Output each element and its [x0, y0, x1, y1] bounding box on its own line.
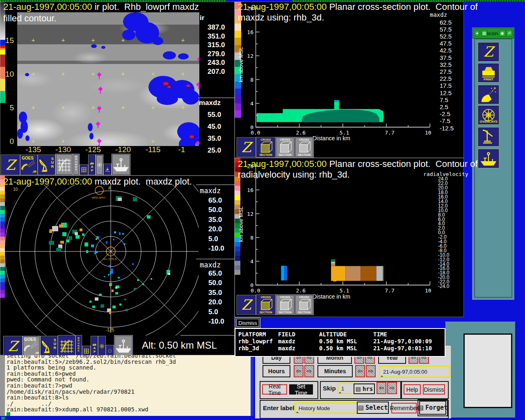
icon-window-zeb-logo-button[interactable]: Z: [478, 43, 499, 61]
popup-dismiss-button[interactable]: Dismiss: [235, 317, 260, 328]
icon-window-overlays-button[interactable]: OVERLAYS: [478, 106, 499, 124]
ppi-toolbar-map-button[interactable]: MAP: [91, 336, 98, 356]
grid-plus-mark: +: [32, 138, 35, 144]
grid-plus-mark: +: [62, 104, 65, 111]
skip-back-button[interactable]: ⇦: [377, 382, 386, 394]
ir-toolbar-radar-sur-button[interactable]: SUR: [38, 155, 55, 175]
time-field-caret: ^: [381, 375, 383, 380]
radar-echo: [108, 274, 109, 276]
skip-units-button[interactable]: ▤hrs: [354, 383, 375, 394]
remember-button[interactable]: Remember: [391, 403, 417, 413]
tb-xs2-cross-section-button[interactable]: CROSSSECTION: [276, 295, 294, 315]
grid-plus-mark: +: [32, 71, 35, 77]
ir-toolbar-bounds-button[interactable]: BOUNDS: [73, 154, 79, 175]
window-menu-icon[interactable]: ▤: [481, 30, 487, 37]
ir-toolbar-small-grid-button[interactable]: [80, 165, 88, 175]
select-button[interactable]: ▤Select: [357, 402, 389, 414]
contour-block: [333, 281, 336, 281]
icon-window-titlebar[interactable]: ● ▤ icon ◉ ⏎: [472, 28, 514, 39]
colorbar-swatch: [235, 89, 241, 96]
xs2-plot[interactable]: [256, 164, 436, 287]
radar-echo: [89, 301, 91, 303]
ir-toolbar-buoy-button[interactable]: [104, 164, 111, 175]
terminal-scroll-strip[interactable]: [251, 355, 253, 416]
icon-window-print-button[interactable]: PRINT: [478, 64, 499, 82]
minutes-back-button[interactable]: ⇦: [355, 365, 365, 377]
tb-xs1-zeb-logo-button[interactable]: Z: [237, 138, 256, 157]
terminal-window[interactable]: setting dfb_socket /tmp/zeb.rain.beaufai…: [0, 355, 253, 416]
minutes-forward-button[interactable]: ⇨: [366, 365, 376, 377]
xs-y-tick-label: 16: [246, 187, 253, 193]
ir-colorbar-label: ir: [200, 14, 204, 22]
ppi-toolbar-bounds-button[interactable]: BOUNDS: [76, 336, 82, 356]
ir-plot-title: 21-aug-1997,00:05:00 ir plot. Rhb_lowprf…: [3, 2, 199, 12]
colorbar-tick-label: 65.0: [208, 196, 222, 205]
tb-xs2-cross-section-button[interactable]: CROSSSECTION: [295, 295, 313, 315]
ppi-toolbar-radar-sur-button[interactable]: SUR: [41, 336, 57, 356]
window-corner-icon[interactable]: ⏎: [507, 30, 512, 37]
ppi-toolbar-circle-button[interactable]: [106, 345, 114, 356]
window-dot-icon[interactable]: ◉: [499, 30, 505, 37]
forget-button[interactable]: ▤Forget: [419, 401, 446, 415]
radar-echo: [49, 229, 52, 233]
ir-toolbar-wheel-button[interactable]: [96, 155, 103, 175]
xs-y-tick-label: 12: [246, 211, 253, 217]
window-circle-icon[interactable]: ●: [474, 30, 480, 37]
skip-forward-button[interactable]: ⇨: [387, 382, 397, 394]
real-time-button[interactable]: Real Time: [262, 384, 287, 395]
who-am-i-label: who-am-i: [91, 196, 105, 199]
ppi-toolbar-small-grid-button[interactable]: [82, 346, 90, 356]
ppi-toolbar-zeb-logo-button[interactable]: Z: [4, 336, 22, 356]
ir-satellite-image[interactable]: ++++++++++++++++++++++++: [17, 12, 199, 146]
hours-button[interactable]: Hours: [262, 365, 290, 377]
hours-forward-button[interactable]: ⇨: [304, 365, 314, 377]
empty-list-box[interactable]: [463, 333, 512, 408]
tb-xs1-cross-section-button[interactable]: CROSSSECTION: [256, 137, 275, 157]
ppi-toolbar-ship-button[interactable]: [114, 336, 132, 356]
colorbar-swatch: [235, 261, 240, 265]
dialog-dismiss-button[interactable]: Dismiss: [423, 384, 445, 395]
ir-cloud-blob: [157, 93, 178, 105]
ppi-toolbar-goes-ir-button[interactable]: GOES.IR: [23, 336, 40, 356]
tb-xs1-cross-section-button[interactable]: CROSSSECTION: [276, 137, 294, 157]
colorbar-tick-label: -12.5: [440, 125, 454, 132]
minutes-button[interactable]: Minutes: [317, 365, 353, 377]
radar-echo: [134, 288, 136, 290]
ir-cloud-blob: [89, 133, 94, 139]
station-marker-stem: [100, 91, 101, 94]
ppi-toolbar-grid-antenna-button[interactable]: [58, 336, 75, 356]
cross-label: CROSS: [257, 138, 275, 141]
ir-toolbar-map-button[interactable]: MAP: [89, 155, 95, 175]
colorbar-swatch: [235, 242, 240, 247]
xs1-plot[interactable]: [256, 6, 436, 129]
ppi-radar-display[interactable]: who-am-ib<-125-9-125#: [2, 185, 199, 336]
icon-window-ship-button[interactable]: [478, 149, 499, 168]
ir-toolbar-zeb-logo-button[interactable]: Z: [1, 155, 20, 175]
tb-xs2-cross-section-button[interactable]: CROSSSECTION: [256, 295, 275, 315]
table-header-cell: FIELD: [278, 331, 295, 338]
set-time-button[interactable]: Set Time: [289, 384, 313, 395]
ir-toolbar-goes-ir-button[interactable]: GOES.IR: [21, 155, 37, 175]
colorbar-tick-label: 52.5: [440, 33, 452, 40]
icon-window-antenna-button[interactable]: [478, 128, 499, 146]
icon-window-satellite-button[interactable]: [478, 85, 499, 104]
label-value-field[interactable]: History Mode: [294, 402, 358, 414]
ir-y-tick-label: 10: [0, 70, 14, 79]
hours-back-button[interactable]: ⇦: [294, 365, 304, 377]
ir-toolbar-grid-antenna-button[interactable]: [56, 154, 73, 175]
ppi-toolbar-wheel-button[interactable]: [98, 336, 105, 356]
help-button[interactable]: Help: [404, 384, 421, 395]
ir-cloud-blob: [167, 86, 171, 88]
svg-text:Z: Z: [242, 297, 253, 313]
ir-colorbar-tick: 243.0: [208, 59, 225, 67]
tb-xs1-cross-section-button[interactable]: CROSSSECTION: [295, 137, 313, 157]
tb-xs2-zeb-logo-button[interactable]: Z: [237, 295, 256, 314]
terminal-cursor[interactable]: [7, 412, 10, 416]
ir-toolbar-ship-button[interactable]: [112, 154, 130, 175]
colorbar-tick-label: -2.5: [440, 110, 450, 117]
contour-block: [331, 259, 335, 262]
colorbar-tick-label: 20.0: [208, 225, 222, 233]
grid-plus-mark: +: [62, 37, 65, 43]
colorbar-tick-label: 32.5: [440, 61, 452, 68]
time-value-field[interactable]: 21-Aug-97,0:05:00: [379, 365, 450, 378]
